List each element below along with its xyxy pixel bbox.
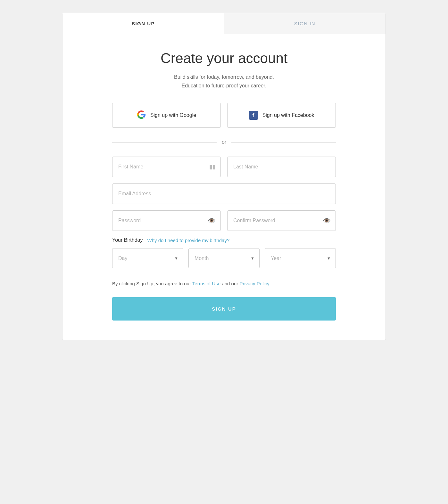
- google-icon: [137, 110, 146, 120]
- birthday-why-link[interactable]: Why do I need to provide my birthday?: [147, 238, 229, 243]
- birthday-label: Your Birthday: [112, 237, 143, 243]
- month-select-wrapper: Month ▼: [188, 248, 260, 268]
- page-title: Create your account: [112, 50, 336, 66]
- password-field: 👁️: [112, 210, 221, 231]
- signup-card: SIGN UP SIGN IN Create your account Buil…: [62, 13, 386, 340]
- first-name-field: ▮▮: [112, 157, 221, 177]
- page-subtitle: Build skills for today, tomorrow, and be…: [112, 73, 336, 90]
- tab-signup[interactable]: SIGN UP: [62, 13, 224, 34]
- terms-of-use-link[interactable]: Terms of Use: [192, 281, 220, 286]
- divider-text: or: [222, 139, 226, 145]
- year-select-wrapper: Year ▼: [265, 248, 336, 268]
- terms-text-before: By clicking Sign Up, you agree to our: [112, 281, 192, 286]
- divider-line-left: [112, 142, 217, 142]
- show-password-icon[interactable]: 👁️: [208, 217, 216, 224]
- confirm-password-field: 👁️: [227, 210, 336, 231]
- card-body: Create your account Build skills for tod…: [62, 34, 386, 340]
- facebook-icon: f: [249, 111, 258, 120]
- terms-text-middle: and our: [220, 281, 239, 286]
- google-button-label: Sign up with Google: [150, 112, 196, 118]
- day-select[interactable]: Day: [112, 248, 183, 268]
- tab-bar: SIGN UP SIGN IN: [62, 13, 386, 34]
- signup-submit-button[interactable]: SIGN UP: [112, 297, 336, 321]
- password-row: 👁️ 👁️: [112, 210, 336, 231]
- tab-signin[interactable]: SIGN IN: [224, 13, 386, 34]
- day-select-wrapper: Day ▼: [112, 248, 183, 268]
- subtitle-line2: Education to future-proof your career.: [181, 83, 266, 88]
- confirm-password-input[interactable]: [227, 210, 336, 231]
- terms-text: By clicking Sign Up, you agree to our Te…: [112, 280, 336, 288]
- tab-signup-label: SIGN UP: [132, 21, 155, 26]
- show-confirm-password-icon[interactable]: 👁️: [323, 217, 331, 224]
- subtitle-line1: Build skills for today, tomorrow, and be…: [174, 74, 274, 80]
- divider: or: [112, 139, 336, 145]
- name-row: ▮▮: [112, 157, 336, 177]
- first-name-input[interactable]: [112, 157, 221, 177]
- page-container: SIGN UP SIGN IN Create your account Buil…: [0, 0, 448, 504]
- tab-signin-label: SIGN IN: [294, 21, 315, 26]
- email-input[interactable]: [112, 183, 336, 204]
- email-field: [112, 183, 336, 204]
- signup-submit-label: SIGN UP: [212, 306, 236, 312]
- birthday-selects: Day ▼ Month ▼ Year ▼: [112, 248, 336, 268]
- facebook-button-label: Sign up with Facebook: [262, 112, 314, 118]
- last-name-input[interactable]: [227, 157, 336, 177]
- google-signup-button[interactable]: Sign up with Google: [112, 103, 221, 128]
- social-buttons: Sign up with Google f Sign up with Faceb…: [112, 103, 336, 128]
- privacy-policy-link[interactable]: Privacy Policy: [239, 281, 269, 286]
- terms-text-after: .: [269, 281, 270, 286]
- birthday-label-row: Your Birthday Why do I need to provide m…: [112, 237, 336, 243]
- divider-line-right: [231, 142, 336, 142]
- last-name-field: [227, 157, 336, 177]
- facebook-signup-button[interactable]: f Sign up with Facebook: [227, 103, 336, 128]
- year-select[interactable]: Year: [265, 248, 336, 268]
- month-select[interactable]: Month: [188, 248, 260, 268]
- password-input[interactable]: [112, 210, 221, 231]
